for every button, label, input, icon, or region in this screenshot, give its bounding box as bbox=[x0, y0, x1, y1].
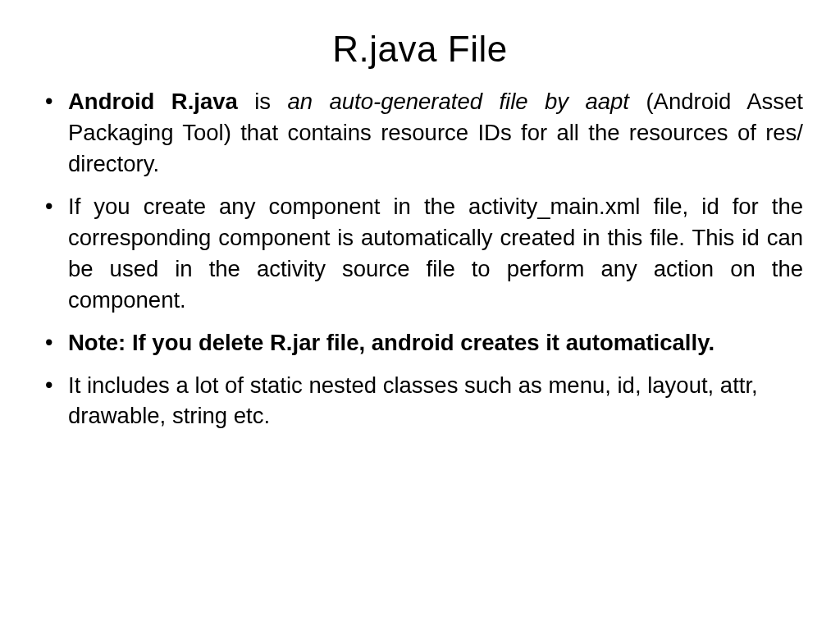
bullet-1-bold: Android R.java bbox=[68, 89, 238, 114]
bullet-item-1: Android R.java is an auto-generated file… bbox=[37, 86, 803, 180]
bullet-item-2: If you create any component in the activ… bbox=[37, 191, 803, 316]
bullet-item-4: It includes a lot of static nested class… bbox=[37, 370, 803, 432]
bullet-1-italic: an auto-generated file by aapt bbox=[288, 89, 629, 114]
slide-title: R.java File bbox=[37, 29, 803, 70]
bullet-1-text-a: is bbox=[238, 89, 288, 114]
bullet-list: Android R.java is an auto-generated file… bbox=[37, 86, 803, 431]
bullet-3-bold: Note: If you delete R.jar file, android … bbox=[68, 330, 714, 355]
bullet-item-3: Note: If you delete R.jar file, android … bbox=[37, 327, 803, 358]
